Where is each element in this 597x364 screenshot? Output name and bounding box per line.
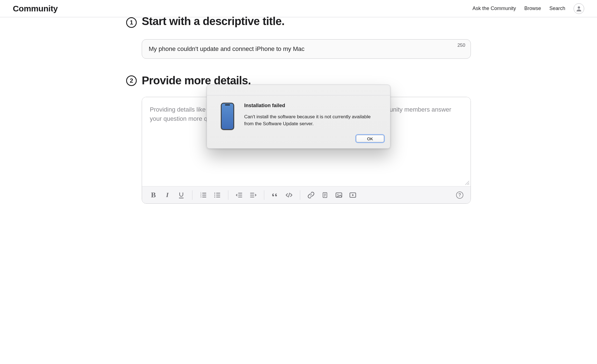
dialog-message: Can't install the software because it is… — [244, 114, 381, 127]
brand-title: Community — [13, 4, 58, 13]
installation-failed-dialog: Installation failed Can't install the so… — [207, 85, 390, 149]
user-avatar[interactable] — [574, 3, 584, 14]
svg-line-20 — [288, 193, 290, 197]
person-icon — [576, 5, 582, 12]
editor-toolbar: B I 1 2 3 — [142, 186, 471, 203]
unordered-list-icon — [213, 191, 221, 199]
svg-point-0 — [578, 6, 580, 8]
indent-button[interactable] — [249, 191, 257, 199]
step-1: 1 Start with a descriptive title. 250 — [126, 16, 471, 59]
link-icon — [307, 191, 315, 199]
quote-button[interactable] — [271, 191, 279, 199]
note-button[interactable] — [321, 191, 329, 199]
note-icon — [322, 192, 328, 198]
nav-ask-community[interactable]: Ask the Community — [473, 6, 516, 11]
italic-button[interactable]: I — [163, 191, 172, 199]
svg-point-12 — [214, 195, 215, 195]
svg-text:3: 3 — [200, 196, 202, 198]
iphone-icon — [221, 103, 234, 130]
underline-icon — [177, 191, 185, 199]
image-button[interactable] — [335, 191, 343, 199]
ordered-list-button[interactable]: 1 2 3 — [199, 191, 207, 199]
nav-links: Ask the Community Browse Search — [473, 3, 584, 14]
site-header: Community Ask the Community Browse Searc… — [0, 0, 597, 17]
code-icon — [285, 191, 293, 199]
svg-point-11 — [214, 193, 215, 193]
svg-marker-28 — [352, 194, 354, 196]
code-button[interactable] — [285, 191, 293, 199]
unordered-list-button[interactable] — [213, 191, 221, 199]
title-char-counter: 250 — [457, 43, 465, 48]
toolbar-separator — [300, 190, 300, 200]
title-field-wrap: 250 — [142, 39, 471, 59]
post-title-input[interactable] — [142, 39, 471, 59]
underline-button[interactable] — [177, 191, 185, 199]
nav-search[interactable]: Search — [549, 6, 565, 11]
outdent-button[interactable] — [235, 191, 243, 199]
toolbar-separator — [192, 190, 192, 200]
video-icon — [349, 191, 357, 199]
svg-point-13 — [214, 196, 215, 197]
quote-icon — [271, 191, 279, 199]
indent-icon — [249, 191, 257, 199]
nav-browse[interactable]: Browse — [524, 6, 541, 11]
editor-help-button[interactable]: ? — [456, 191, 463, 199]
svg-text:2: 2 — [200, 194, 202, 196]
svg-point-26 — [337, 194, 339, 195]
step-number-1: 1 — [126, 17, 137, 28]
video-button[interactable] — [349, 191, 357, 199]
toolbar-separator — [264, 190, 264, 200]
link-button[interactable] — [307, 191, 315, 199]
dialog-title: Installation failed — [244, 103, 381, 109]
dialog-titlebar[interactable] — [207, 85, 390, 95]
resize-handle-icon[interactable] — [465, 181, 469, 185]
ordered-list-icon: 1 2 3 — [199, 191, 207, 199]
step-1-heading: Start with a descriptive title. — [142, 15, 285, 28]
toolbar-separator — [228, 190, 228, 200]
dialog-ok-button[interactable]: OK — [356, 135, 384, 142]
outdent-icon — [235, 191, 243, 199]
bold-button[interactable]: B — [149, 191, 158, 199]
svg-text:1: 1 — [200, 192, 202, 194]
step-number-2: 2 — [126, 75, 137, 86]
image-icon — [335, 191, 343, 199]
